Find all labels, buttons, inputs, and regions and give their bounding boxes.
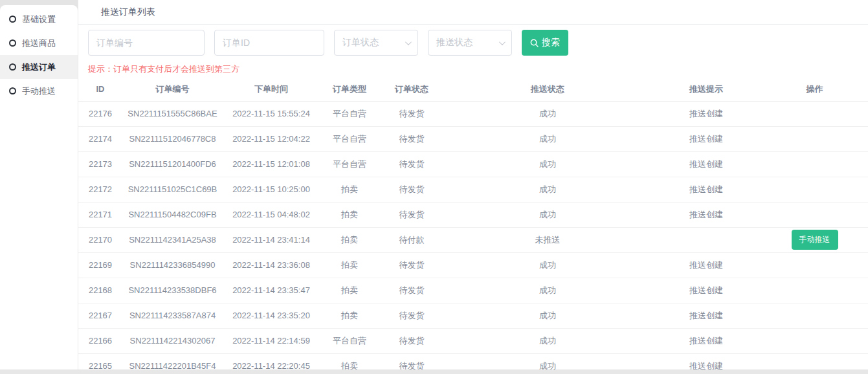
manual-push-button[interactable]: 手动推送 [792, 230, 838, 250]
bottom-edge-strip [0, 369, 868, 374]
cell-id: 22168 [78, 278, 122, 303]
push-status-select-label: 推送状态 [436, 37, 473, 49]
table-row: 22176SN2211151555C86BAE2022-11-15 15:55:… [78, 101, 868, 126]
cell-push-hint: 推送创建 [651, 252, 761, 278]
circle-icon [9, 63, 16, 71]
cell-push-status: 成功 [444, 177, 651, 202]
main-content: 推送订单列表 订单状态 推送状态 搜索 提示：订单只有支付后才会推送到第三方 I… [78, 0, 868, 374]
cell-order-type: 拍卖 [320, 278, 379, 303]
order-id-input[interactable] [214, 30, 324, 56]
cell-push-hint: 推送创建 [651, 151, 761, 177]
column-header-5: 推送状态 [444, 78, 651, 101]
sidebar-item-1[interactable]: 推送商品 [0, 31, 78, 55]
sidebar-item-2[interactable]: 推送订单 [0, 55, 78, 79]
cell-push-status: 成功 [444, 252, 651, 278]
cell-order-status: 待发货 [379, 151, 444, 177]
table-row: 22170SN2211142341A25A382022-11-14 23:41:… [78, 227, 868, 252]
cell-order-status: 待发货 [379, 177, 444, 202]
cell-push-status: 成功 [444, 101, 651, 126]
cell-action: 手动推送 [761, 227, 868, 252]
column-header-4: 订单状态 [379, 78, 444, 101]
cell-order-status: 待发货 [379, 252, 444, 278]
cell-created-at: 2022-11-15 12:01:08 [223, 151, 320, 177]
cell-order-no: SN2211151201400FD6 [122, 151, 223, 177]
push-status-select[interactable]: 推送状态 [428, 30, 512, 56]
cell-push-hint: 推送创建 [651, 303, 761, 328]
table-row: 22172SN2211151025C1C69B2022-11-15 10:25:… [78, 177, 868, 202]
circle-icon [9, 87, 16, 94]
sidebar: 基础设置推送商品推送订单手动推送 [0, 0, 78, 374]
cell-order-status: 待发货 [379, 126, 444, 151]
payment-hint-text: 提示：订单只有支付后才会推送到第三方 [88, 63, 868, 75]
cell-action [761, 328, 868, 353]
chevron-down-icon [405, 39, 412, 45]
search-button-label: 搜索 [542, 37, 560, 49]
cell-action [761, 278, 868, 303]
sidebar-menu: 基础设置推送商品推送订单手动推送 [0, 5, 78, 374]
cell-order-no: SN22111504482C09FB [122, 202, 223, 227]
cell-created-at: 2022-11-15 10:25:00 [223, 177, 320, 202]
orders-table: ID订单编号下单时间订单类型订单状态推送状态推送提示操作 22176SN2211… [78, 78, 868, 374]
cell-id: 22167 [78, 303, 122, 328]
circle-icon [9, 16, 16, 23]
cell-push-status: 成功 [444, 151, 651, 177]
cell-created-at: 2022-11-14 22:14:59 [223, 328, 320, 353]
cell-order-status: 待发货 [379, 303, 444, 328]
cell-action [761, 202, 868, 227]
cell-action [761, 151, 868, 177]
cell-id: 22176 [78, 101, 122, 126]
column-header-0: ID [78, 78, 122, 101]
table-row: 22171SN22111504482C09FB2022-11-15 04:48:… [78, 202, 868, 227]
cell-push-hint: 推送创建 [651, 278, 761, 303]
sidebar-item-3[interactable]: 手动推送 [0, 79, 78, 103]
cell-order-type: 平台自营 [320, 126, 379, 151]
cell-created-at: 2022-11-15 15:55:24 [223, 101, 320, 126]
cell-order-no: SN221114233538DBF6 [122, 278, 223, 303]
table-row: 22167SN221114233587A8742022-11-14 23:35:… [78, 303, 868, 328]
column-header-2: 下单时间 [223, 78, 320, 101]
cell-order-no: SN2211142341A25A38 [122, 227, 223, 252]
magnifier-icon [530, 39, 539, 47]
cell-id: 22171 [78, 202, 122, 227]
column-header-1: 订单编号 [122, 78, 223, 101]
cell-order-status: 待发货 [379, 278, 444, 303]
table-row: 22166SN22111422143020672022-11-14 22:14:… [78, 328, 868, 353]
table-row: 22168SN221114233538DBF62022-11-14 23:35:… [78, 278, 868, 303]
cell-created-at: 2022-11-15 12:04:22 [223, 126, 320, 151]
title-bar: 推送订单列表 [78, 0, 868, 25]
cell-push-hint: 推送创建 [651, 202, 761, 227]
cell-order-type: 拍卖 [320, 202, 379, 227]
cell-push-status: 成功 [444, 303, 651, 328]
cell-action [761, 101, 868, 126]
table-row: 22169SN22111423368549902022-11-14 23:36:… [78, 252, 868, 278]
cell-id: 22172 [78, 177, 122, 202]
cell-order-no: SN2211142336854990 [122, 252, 223, 278]
cell-order-status: 待发货 [379, 202, 444, 227]
table-row: 22173SN2211151201400FD62022-11-15 12:01:… [78, 151, 868, 177]
cell-created-at: 2022-11-14 23:36:08 [223, 252, 320, 278]
cell-push-status: 成功 [444, 278, 651, 303]
order-status-select[interactable]: 订单状态 [334, 30, 418, 56]
sidebar-item-0[interactable]: 基础设置 [0, 7, 78, 31]
search-button[interactable]: 搜索 [522, 30, 568, 56]
cell-push-status: 成功 [444, 202, 651, 227]
cell-order-no: SN2211151555C86BAE [122, 101, 223, 126]
cell-push-hint [651, 227, 761, 252]
cell-order-type: 拍卖 [320, 303, 379, 328]
cell-order-type: 平台自营 [320, 151, 379, 177]
sidebar-item-label: 基础设置 [22, 14, 56, 25]
cell-order-no: SN2211151025C1C69B [122, 177, 223, 202]
cell-push-status: 成功 [444, 126, 651, 151]
cell-order-status: 待发货 [379, 328, 444, 353]
cell-push-hint: 推送创建 [651, 328, 761, 353]
search-bar: 订单状态 推送状态 搜索 [88, 30, 868, 56]
cell-order-type: 平台自营 [320, 101, 379, 126]
cell-push-hint: 推送创建 [651, 101, 761, 126]
table-header: ID订单编号下单时间订单类型订单状态推送状态推送提示操作 [78, 78, 868, 101]
cell-id: 22174 [78, 126, 122, 151]
cell-order-type: 拍卖 [320, 252, 379, 278]
order-no-input[interactable] [88, 30, 205, 56]
sidebar-item-label: 推送商品 [22, 38, 56, 49]
cell-push-status: 未推送 [444, 227, 651, 252]
cell-push-status: 成功 [444, 328, 651, 353]
